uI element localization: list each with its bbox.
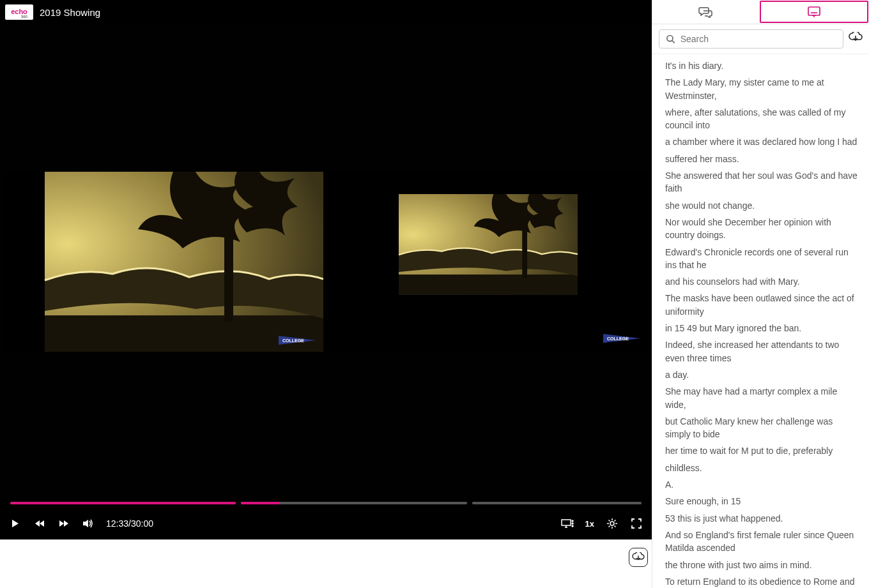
transcript-line[interactable]: she would not change. [665,199,860,212]
transcript-line[interactable]: where, after salutations, she was called… [665,106,860,132]
side-panel: It's in his diary.The Lady Mary, my sist… [652,0,869,588]
fullscreen-icon[interactable] [630,517,643,530]
seek-buffer-3 [472,502,642,504]
sources-icon[interactable] [561,517,574,530]
seek-fill-2 [241,502,279,504]
controls-right: 1x [561,517,643,530]
svg-point-21 [572,525,573,527]
transcript-line[interactable]: in 15 49 but Mary ignored the ban. [665,322,860,335]
seek-track-3[interactable] [472,502,642,504]
svg-text:COLLEGE: COLLEGE [282,338,304,343]
play-icon[interactable] [9,517,22,530]
player-controls: 12:33/30:00 1x [0,508,652,539]
speed-button[interactable]: 1x [585,519,594,529]
transcript-line[interactable]: Sure enough, in 15 [665,495,860,508]
transcript-line[interactable]: It's in his diary. [665,59,860,72]
tab-chat[interactable] [652,0,759,24]
svg-rect-3 [224,232,233,322]
volume-icon[interactable] [82,517,95,530]
video-pane-right[interactable]: COLLEGE [328,172,648,352]
transcript-line[interactable]: She answered that her soul was God's and… [665,169,860,195]
seek-bar-row [0,499,652,508]
transcript-line[interactable]: Indeed, she increased her attendants to … [665,338,860,365]
transcript-line[interactable]: suffered her mass. [665,153,860,165]
svg-rect-18 [562,520,571,525]
forward-icon[interactable] [58,517,70,530]
video-frame-left: COLLEGE [4,172,323,352]
controls-left: 12:33/30:00 [9,517,153,530]
svg-point-29 [667,36,673,41]
svg-point-24 [610,522,614,525]
svg-marker-17 [83,520,88,527]
seek-fill-1 [10,502,236,504]
settings-icon[interactable] [606,517,619,530]
transcript-line[interactable]: And so England's first female ruler sinc… [665,529,860,555]
svg-rect-8 [399,275,578,295]
search-input[interactable] [681,34,836,44]
svg-marker-16 [64,520,68,527]
transcript-list[interactable]: It's in his diary.The Lady Mary, my sist… [652,54,869,588]
download-transcript-icon[interactable] [849,32,863,46]
transcript-line[interactable]: Nor would she December her opinion with … [665,216,860,242]
transcript-line[interactable]: a day. [665,368,860,381]
transcript-line[interactable]: To return England to its obedience to Ro… [665,575,860,588]
header-bar: echo 360 2019 Showing [0,0,652,24]
transcript-line[interactable]: childless. [665,462,860,474]
transcript-line[interactable]: her time to wait for M put to die, prefe… [665,444,860,457]
seek-track-1[interactable] [10,502,236,504]
svg-marker-12 [12,520,19,527]
chat-icon [698,6,712,18]
svg-point-22 [572,523,573,524]
svg-text:COLLEGE: COLLEGE [607,336,629,341]
video-title: 2019 Showing [40,7,100,18]
brand-logo[interactable]: echo 360 [5,4,33,20]
seek-track-2[interactable] [241,502,466,504]
transcript-line[interactable]: a chamber where it was declared how long… [665,135,860,148]
svg-point-23 [572,520,573,522]
search-row [652,24,869,54]
svg-marker-14 [40,520,44,527]
video-region: COLLEGE [0,24,652,499]
svg-marker-15 [59,520,64,527]
transcript-line[interactable]: and his counselors had with Mary. [665,275,860,288]
transcript-line[interactable]: but Catholic Mary knew her challenge was… [665,415,860,441]
svg-line-30 [672,41,675,43]
transcript-line[interactable]: the throne with just two aims in mind. [665,559,860,571]
tab-transcript[interactable] [760,1,869,23]
time-display: 12:33/30:00 [106,518,153,529]
video-frame-right: COLLEGE [328,172,648,352]
svg-marker-13 [35,520,40,527]
transcript-line[interactable]: She may have had a martyr complex a mile… [665,385,860,411]
download-media-button[interactable] [629,548,648,567]
svg-rect-2 [45,315,323,352]
panel-tabs [652,0,869,24]
transcript-icon [808,6,820,18]
svg-rect-9 [522,228,527,278]
rewind-icon[interactable] [33,517,46,530]
transcript-line[interactable]: A. [665,478,860,491]
time-current: 12:33 [106,518,128,529]
time-total: 30:00 [131,518,153,529]
search-icon [666,34,675,44]
transcript-line[interactable]: The masks have been outlawed since the a… [665,292,860,318]
player-area: echo 360 2019 Showing [0,0,652,539]
transcript-line[interactable]: 53 this is just what happened. [665,512,860,525]
transcript-line[interactable]: Edward's Chronicle records one of severa… [665,246,860,272]
svg-rect-25 [808,7,820,15]
transcript-line[interactable]: The Lady Mary, my sister came to me at W… [665,76,860,102]
search-box[interactable] [659,29,843,49]
video-pane-left[interactable]: COLLEGE [4,172,323,352]
